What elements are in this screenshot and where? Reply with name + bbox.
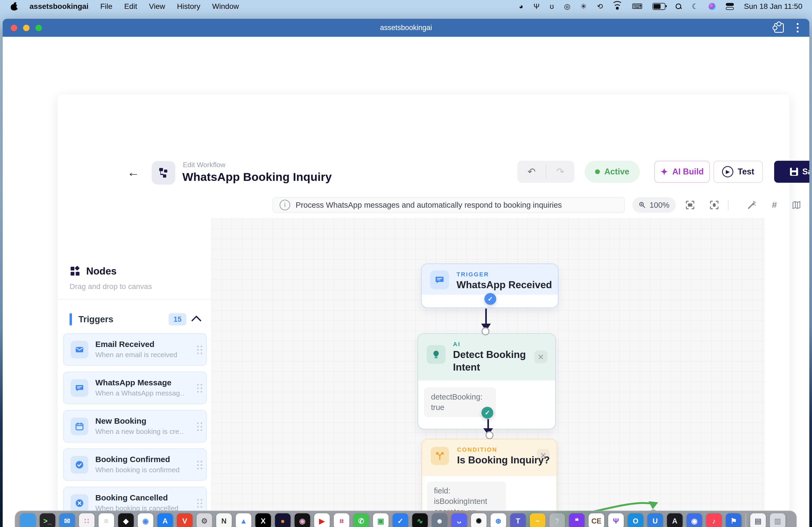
dock-icon-safari[interactable]: ⊛ — [491, 513, 506, 527]
window-titlebar[interactable]: assetsbookingai — [3, 19, 809, 37]
dock-icon-google-drive[interactable]: ▲ — [236, 513, 251, 527]
menu-edit[interactable]: Edit — [124, 2, 137, 11]
menu-window[interactable]: Window — [212, 2, 239, 11]
dock-icon-blue-cup[interactable]: U — [648, 513, 663, 527]
control-center-icon[interactable] — [726, 3, 734, 10]
dock-icon-blue-face[interactable]: ◉ — [686, 513, 702, 527]
wifi-icon[interactable] — [613, 3, 622, 10]
close-window-button[interactable] — [11, 25, 17, 31]
dock-icon-screenshot-preview[interactable]: ▤ — [750, 513, 766, 527]
menubar-clock[interactable]: Sun 18 Jan 11:50 — [744, 2, 802, 11]
close-icon[interactable]: ✕ — [534, 350, 547, 363]
dock-icon-blue-flag[interactable]: ⚑ — [726, 513, 741, 527]
dock-icon-notes[interactable]: ≡ — [99, 513, 114, 527]
undo-redo-group: ↶ ↷ — [518, 161, 574, 183]
extensions-icon[interactable] — [774, 23, 784, 33]
drag-handle-icon[interactable] — [197, 346, 199, 347]
dock-icon-waveform[interactable]: ∿ — [412, 513, 428, 527]
fan-icon[interactable]: ✳ — [581, 3, 587, 10]
magic-wand-button[interactable] — [744, 197, 760, 213]
dock-icon-discord[interactable]: ᴗ — [451, 513, 467, 527]
time-machine-icon[interactable]: ⟲ — [597, 3, 603, 10]
drag-handle-icon[interactable] — [197, 461, 199, 462]
apple-menu-icon[interactable] — [11, 2, 18, 11]
back-button[interactable]: ← — [125, 164, 142, 181]
node-detect-booking-intent[interactable]: AI Detect Booking Intent ✕ detectBooking… — [418, 333, 556, 429]
zoom-control[interactable]: 100% — [632, 197, 676, 213]
zoom-window-button[interactable] — [35, 25, 42, 31]
dock-icon-system-settings[interactable]: ⚙ — [197, 513, 212, 527]
battery-icon[interactable] — [653, 3, 665, 10]
focus-moon-icon[interactable]: ☾ — [692, 3, 698, 10]
dock-icon-tasks[interactable]: ✓ — [393, 513, 408, 527]
dock-icon-google-chat[interactable]: ▣ — [373, 513, 389, 527]
dock-icon-slack[interactable]: ⌗ — [334, 513, 349, 527]
menu-history[interactable]: History — [177, 2, 200, 11]
llama-icon[interactable]: ʊ — [550, 3, 554, 10]
workflow-canvas[interactable]: TRIGGER WhatsApp Received ✓ AI Detect Bo… — [211, 219, 765, 527]
spotlight-search-icon[interactable] — [676, 3, 682, 10]
dock-icon-teams[interactable]: T — [510, 513, 526, 527]
sidebar-subtitle: Drag and drop to canvas — [70, 282, 152, 291]
dock-icon-app-store[interactable]: A — [157, 513, 173, 527]
circle-app-icon[interactable]: ◎ — [564, 3, 570, 10]
dock-icon-ce-app[interactable]: CE — [589, 513, 604, 527]
drag-handle-icon[interactable] — [197, 499, 199, 501]
dock-icon-chatgpt[interactable]: ✺ — [471, 513, 487, 527]
triggers-section-header[interactable]: Triggers 15 — [70, 312, 201, 326]
chevron-up-icon[interactable] — [191, 315, 201, 326]
ai-build-button[interactable]: ✦ AI Build — [654, 161, 710, 183]
workflow-description-bar[interactable]: i Process WhatsApp messages and automati… — [273, 197, 625, 213]
dock-icon-terminal[interactable]: >_ — [40, 513, 55, 527]
redo-button[interactable]: ↷ — [546, 166, 574, 177]
sidebar-item-booking-confirmed[interactable]: Booking Confirmed When booking is confir… — [63, 448, 207, 481]
dock-icon-finder[interactable] — [20, 513, 36, 527]
calendar-icon — [71, 418, 88, 435]
close-icon[interactable]: ✕ — [537, 449, 550, 462]
dock-icon-obsidian[interactable]: ◆ — [118, 513, 134, 527]
menubar-app-name[interactable]: assetsbookingai — [30, 2, 88, 11]
dock-icon-whatsapp[interactable]: ✆ — [353, 513, 369, 527]
dock-icon-chrome[interactable]: ◉ — [138, 513, 153, 527]
dock-icon-cyberduck[interactable]: ~ — [530, 513, 545, 527]
dock-icon-mail[interactable]: ✉ — [59, 513, 75, 527]
menu-file[interactable]: File — [100, 2, 112, 11]
siri-icon[interactable] — [709, 3, 715, 10]
test-button[interactable]: ▶ Test — [713, 161, 763, 183]
node-whatsapp-received[interactable]: TRIGGER WhatsApp Received ✓ — [421, 264, 559, 308]
grid-toggle-button[interactable]: # — [767, 197, 782, 213]
drag-handle-icon[interactable] — [197, 384, 199, 386]
dock-icon-purple-chat[interactable]: ❝ — [569, 513, 584, 527]
undo-button[interactable]: ↶ — [518, 166, 546, 177]
sparkles-icon: ✦ — [660, 166, 668, 177]
focus-selection-button[interactable] — [707, 197, 722, 213]
dock-icon-launchpad[interactable]: ∷ — [79, 513, 95, 527]
sidebar-item-email-received[interactable]: Email Received When an email is received — [63, 333, 207, 366]
dock-icon-antlers-app[interactable]: Ψ — [608, 513, 624, 527]
dock-icon-gray-face[interactable]: ☻ — [432, 513, 447, 527]
dock-icon-arc[interactable]: A — [667, 513, 683, 527]
drag-handle-icon[interactable] — [197, 422, 199, 424]
dock-icon-blue-cloud[interactable]: O — [628, 513, 643, 527]
plant-icon[interactable]: Ψ — [534, 3, 540, 10]
dock-icon-trash[interactable]: ▥ — [770, 513, 785, 527]
minimize-window-button[interactable] — [23, 25, 30, 31]
status-badge[interactable]: Active — [584, 161, 640, 183]
sidebar-item-whatsapp-message[interactable]: WhatsApp Message When a WhatsApp messag… — [63, 372, 207, 404]
dock-icon-music[interactable]: ♪ — [706, 513, 722, 527]
dock-icon-notion[interactable]: N — [216, 513, 232, 527]
sidebar-item-new-booking[interactable]: New Booking When a new booking is cre… — [63, 410, 207, 442]
dock-icon-adguard[interactable]: V — [177, 513, 192, 527]
minimap-toggle-button[interactable] — [789, 197, 804, 213]
save-button[interactable]: Save — [774, 161, 809, 183]
dock-icon-youtube[interactable]: ▶ — [314, 513, 330, 527]
more-menu-icon[interactable] — [797, 23, 799, 32]
dock-icon-photos-dark[interactable]: ◉ — [294, 513, 310, 527]
dock-icon-hidden-app[interactable]: ? — [549, 513, 565, 527]
dock-icon-basketball[interactable]: ● — [275, 513, 291, 527]
menu-view[interactable]: View — [149, 2, 165, 11]
activity-chart-icon[interactable]: ◕ — [519, 3, 523, 10]
keyboard-icon[interactable]: ⌨ — [632, 3, 642, 10]
fit-view-button[interactable] — [682, 197, 698, 213]
dock-icon-x-twitter[interactable]: X — [255, 513, 271, 527]
